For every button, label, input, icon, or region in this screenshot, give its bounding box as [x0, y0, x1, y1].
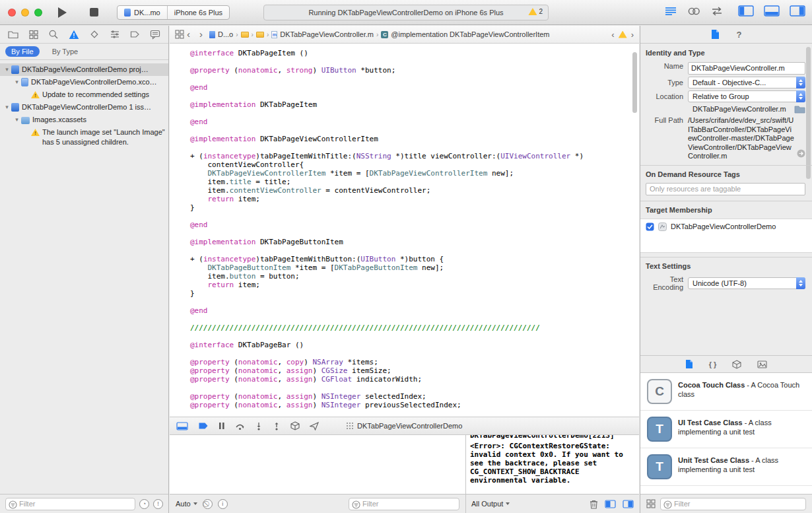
- tree-item[interactable]: ▾DKTabPageViewControllerDemo 1 iss…: [0, 101, 168, 114]
- step-over-icon[interactable]: [235, 422, 245, 430]
- quick-help-tab[interactable]: ?: [737, 30, 742, 40]
- name-field[interactable]: DKTabPageViewController.m: [688, 62, 805, 75]
- issue-navigator-tab[interactable]: [69, 30, 79, 40]
- code-line[interactable]: item.contentViewController = contentView…: [190, 186, 639, 195]
- code-line[interactable]: [190, 143, 639, 152]
- target-row[interactable]: DKTabPageViewControllerDemo: [646, 222, 807, 231]
- scheme-segment[interactable]: DK...mo: [118, 6, 167, 19]
- symbol-navigator-tab[interactable]: [28, 29, 39, 40]
- toggle-navigator-button[interactable]: [738, 5, 754, 17]
- location-popup[interactable]: Relative to Group: [688, 90, 805, 102]
- version-editor-button[interactable]: [710, 6, 724, 17]
- code-line[interactable]: return item;: [190, 281, 639, 289]
- library-filter-input[interactable]: [661, 498, 805, 510]
- code-line[interactable]: @end: [190, 221, 639, 229]
- tree-item[interactable]: !The launch image set "Launch Image" has…: [0, 126, 168, 149]
- tree-item[interactable]: ▾DKTabPageViewControllerDemo proj…: [0, 63, 168, 76]
- code-line[interactable]: @property (nonatomic, strong) UIButton *…: [190, 66, 639, 75]
- output-scope-popup[interactable]: All Output: [471, 500, 510, 508]
- variables-view[interactable]: [170, 435, 466, 494]
- code-line[interactable]: @property (nonatomic, assign) CGFloat in…: [190, 375, 639, 384]
- code-line[interactable]: [190, 246, 639, 255]
- hide-debug-area-button[interactable]: [176, 422, 188, 430]
- tree-item[interactable]: ▾DKTabPageViewControllerDemo.xco…: [0, 76, 168, 88]
- pause-button[interactable]: [219, 422, 225, 430]
- file-template-library-tab[interactable]: [685, 359, 693, 369]
- stop-button[interactable]: [90, 8, 98, 17]
- close-window-button[interactable]: [8, 9, 16, 17]
- code-line[interactable]: @end: [190, 83, 639, 92]
- assistant-editor-button[interactable]: [687, 6, 700, 17]
- process-crumb[interactable]: DKTabPageViewControllerDemo: [346, 422, 462, 430]
- media-library-tab[interactable]: [757, 360, 767, 368]
- by-type-tab[interactable]: By Type: [46, 46, 85, 57]
- tree-item[interactable]: ▾Images.xcassets: [0, 114, 168, 126]
- code-snippet-library-tab[interactable]: { }: [709, 360, 717, 368]
- tree-item[interactable]: !Update to recommended settings: [0, 88, 168, 101]
- related-items-icon[interactable]: [175, 30, 184, 39]
- step-out-icon[interactable]: [273, 422, 281, 430]
- variables-filter-input[interactable]: [349, 498, 459, 510]
- project-navigator-tab[interactable]: [8, 29, 18, 40]
- encoding-popup[interactable]: Unicode (UTF-8): [688, 277, 805, 289]
- code-line[interactable]: [190, 229, 639, 238]
- breakpoint-navigator-tab[interactable]: [129, 29, 140, 40]
- grid-view-icon[interactable]: [646, 499, 656, 508]
- code-line[interactable]: DKTabPageViewControllerItem *item = [DKT…: [190, 169, 639, 178]
- run-button[interactable]: [58, 7, 67, 18]
- console-view[interactable]: DKTabPageViewControllerDemo[2213] <Error…: [466, 435, 639, 494]
- choose-folder-icon[interactable]: [794, 105, 805, 114]
- editor-scrollbar[interactable]: [632, 52, 637, 113]
- code-line[interactable]: @end: [190, 118, 639, 126]
- code-line[interactable]: item.button = button;: [190, 272, 639, 281]
- code-line[interactable]: }: [190, 289, 639, 298]
- library-item[interactable]: TUI Test Case Class - A class implementi…: [640, 411, 812, 448]
- info-icon[interactable]: i: [218, 499, 228, 509]
- code-line[interactable]: return item;: [190, 195, 639, 203]
- object-library-tab[interactable]: [732, 360, 741, 369]
- breakpoints-toggle-button[interactable]: [198, 422, 209, 430]
- breadcrumb-item[interactable]: mDKTabPageViewController.m: [271, 30, 374, 38]
- previous-issue-button[interactable]: ‹: [611, 30, 614, 40]
- breadcrumb-item[interactable]: [256, 32, 264, 38]
- test-navigator-tab[interactable]: [89, 29, 100, 40]
- disclosure-triangle-icon[interactable]: ▾: [13, 115, 21, 124]
- destination-segment[interactable]: iPhone 6s Plus: [167, 6, 229, 19]
- toggle-utilities-button[interactable]: [790, 5, 805, 17]
- simulate-location-icon[interactable]: [310, 422, 319, 430]
- code-line[interactable]: [190, 126, 639, 135]
- fullscreen-window-button[interactable]: [34, 9, 42, 17]
- code-line[interactable]: [190, 75, 639, 83]
- code-line[interactable]: @implementation DKTabPageItem: [190, 100, 639, 109]
- code-line[interactable]: @property (nonatomic, assign) NSInteger …: [190, 401, 639, 409]
- toggle-debug-area-button[interactable]: [764, 5, 780, 17]
- code-line[interactable]: [190, 298, 639, 306]
- clear-console-button[interactable]: [590, 499, 598, 509]
- code-line[interactable]: @property (nonatomic, assign) NSInteger …: [190, 392, 639, 401]
- variables-scope-popup[interactable]: Auto: [176, 500, 197, 508]
- file-inspector-tab[interactable]: [711, 29, 720, 40]
- open-path-arrow-icon[interactable]: [797, 149, 805, 160]
- by-file-tab[interactable]: By File: [5, 46, 40, 57]
- code-line[interactable]: @implementation DKTabPageViewControllerI…: [190, 135, 639, 143]
- view-debugger-icon[interactable]: [290, 421, 300, 430]
- disclosure-triangle-icon[interactable]: ▾: [13, 77, 21, 86]
- code-line[interactable]: + (instancetype)tabPageItemWithTitle:(NS…: [190, 152, 639, 160]
- code-line[interactable]: @implementation DKTabPageButtonItem: [190, 238, 639, 246]
- jumpbar-warning-icon[interactable]: [619, 31, 627, 38]
- search-navigator-tab[interactable]: [48, 29, 59, 40]
- code-line[interactable]: [190, 349, 639, 358]
- checkbox-checked-icon[interactable]: [646, 222, 654, 231]
- flag-toggle-icon[interactable]: ⃠: [203, 499, 213, 509]
- breadcrumb-item[interactable]: [241, 32, 249, 38]
- step-into-icon[interactable]: [255, 422, 263, 430]
- disclosure-triangle-icon[interactable]: ▾: [3, 102, 11, 112]
- source-editor[interactable]: @interface DKTabPageItem () @property (n…: [170, 44, 639, 417]
- library-item[interactable]: CCocoa Touch Class - A Cocoa Touch class: [640, 373, 812, 411]
- show-variables-only-button[interactable]: [605, 500, 616, 508]
- type-popup[interactable]: Default - Objective-C...: [688, 77, 805, 88]
- code-line[interactable]: [190, 384, 639, 392]
- code-line[interactable]: [190, 212, 639, 221]
- code-line[interactable]: [190, 315, 639, 324]
- breadcrumb-item[interactable]: D...o: [209, 30, 233, 38]
